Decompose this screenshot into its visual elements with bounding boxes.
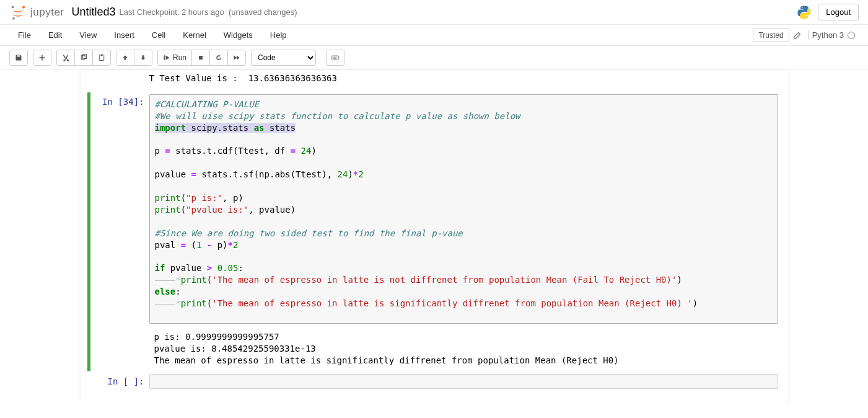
- save-button[interactable]: [10, 50, 27, 65]
- toolbar: Run Code: [0, 46, 868, 69]
- cell-prompt: In [ ]:: [90, 374, 149, 389]
- notebook-title[interactable]: Untitled3: [72, 6, 116, 19]
- add-cell-button[interactable]: [33, 50, 51, 65]
- svg-rect-14: [333, 58, 336, 58]
- menubar-right: Trusted Python 3: [753, 29, 859, 42]
- empty-code-cell[interactable]: In [ ]:: [90, 372, 778, 391]
- menu-kernel[interactable]: Kernel: [174, 25, 215, 45]
- kernel-indicator-icon: [848, 32, 855, 39]
- menu-widgets[interactable]: Widgets: [215, 25, 261, 45]
- menu-edit[interactable]: Edit: [40, 25, 71, 45]
- move-down-button[interactable]: [134, 50, 152, 65]
- restart-button[interactable]: [210, 50, 228, 65]
- svg-rect-9: [332, 56, 339, 60]
- header: jupyter Untitled3 Last Checkpoint: 2 hou…: [0, 0, 868, 25]
- logout-button[interactable]: Logout: [818, 4, 859, 20]
- svg-point-1: [22, 6, 25, 8]
- svg-rect-8: [199, 56, 203, 60]
- logo-text: jupyter: [30, 6, 64, 19]
- header-right: Logout: [797, 4, 859, 20]
- output-prompt: [90, 73, 149, 89]
- menu-view[interactable]: View: [71, 25, 105, 45]
- copy-button[interactable]: [75, 50, 93, 65]
- edit-icon[interactable]: [793, 31, 802, 40]
- move-up-button[interactable]: [116, 50, 134, 65]
- svg-rect-10: [333, 56, 333, 57]
- svg-rect-7: [164, 55, 165, 60]
- menu-file[interactable]: File: [9, 25, 40, 45]
- svg-rect-4: [83, 54, 87, 58]
- jupyter-icon: [9, 4, 27, 21]
- code-content: #CALCULATING P-VALUE #We will uise scipy…: [155, 99, 773, 309]
- kernel-name[interactable]: Python 3: [808, 30, 859, 40]
- svg-rect-3: [81, 55, 85, 60]
- checkpoint-info: Last Checkpoint: 2 hours ago (unsaved ch…: [120, 7, 297, 17]
- svg-rect-12: [335, 56, 335, 57]
- menu-cell[interactable]: Cell: [143, 25, 174, 45]
- svg-point-0: [12, 6, 14, 8]
- restart-run-all-button[interactable]: [228, 50, 245, 65]
- code-cell-34[interactable]: In [34]: #CALCULATING P-VALUE #We will u…: [87, 92, 778, 371]
- svg-rect-11: [334, 56, 335, 57]
- menu-insert[interactable]: Insert: [105, 25, 143, 45]
- cell-type-select[interactable]: Code: [251, 50, 316, 66]
- svg-rect-13: [336, 56, 336, 57]
- menu-help[interactable]: Help: [261, 25, 296, 45]
- interrupt-button[interactable]: [192, 50, 210, 65]
- svg-rect-6: [101, 54, 103, 55]
- command-palette-button[interactable]: [327, 50, 344, 65]
- trusted-badge[interactable]: Trusted: [753, 29, 789, 42]
- cell-prompt: In [34]:: [90, 94, 149, 369]
- run-button[interactable]: Run: [158, 50, 192, 65]
- python-icon: [797, 5, 812, 20]
- cut-button[interactable]: [57, 50, 75, 65]
- prev-output-cell: T Test Value is : 13.63636363636363: [90, 71, 778, 91]
- code-input-area[interactable]: [149, 374, 778, 389]
- cell-output: p is: 0.9999999999995757 pvalue is: 8.48…: [149, 329, 778, 369]
- notebook-container: T Test Value is : 13.63636363636363 In […: [81, 71, 787, 404]
- svg-point-2: [12, 17, 15, 19]
- jupyter-logo[interactable]: jupyter: [9, 4, 64, 21]
- menubar: File Edit View Insert Cell Kernel Widget…: [0, 25, 868, 46]
- paste-button[interactable]: [93, 50, 110, 65]
- prev-output: T Test Value is : 13.63636363636363: [149, 73, 778, 89]
- code-input-area[interactable]: #CALCULATING P-VALUE #We will uise scipy…: [149, 94, 778, 324]
